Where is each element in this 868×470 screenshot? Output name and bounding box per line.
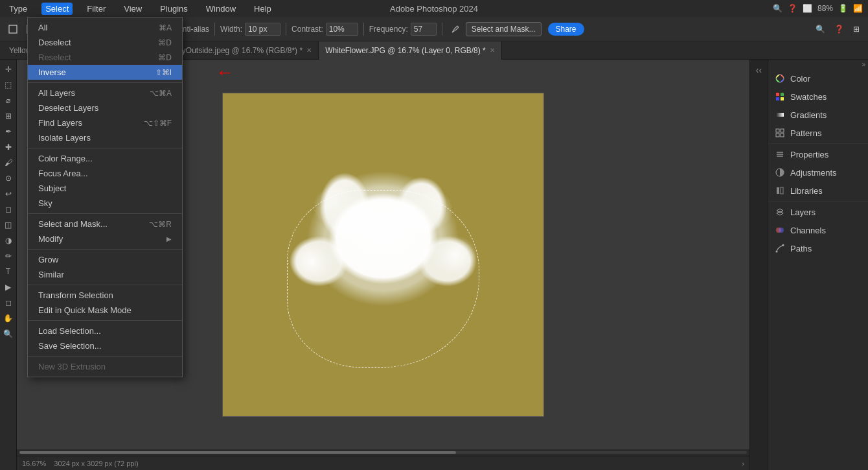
menu-item-color-range[interactable]: Color Range... [28, 151, 182, 166]
menu-item-focus-area[interactable]: Focus Area... [28, 166, 182, 181]
dodge-tool[interactable]: ◑ [1, 233, 16, 248]
frequency-input[interactable] [411, 23, 437, 36]
menu-item-find-layers-shortcut: ⌥⇧⌘F [144, 119, 172, 128]
move-tool[interactable]: ✛ [1, 62, 16, 76]
width-input[interactable] [245, 23, 280, 36]
panel-item-paths[interactable]: Paths [768, 239, 868, 257]
scroll-arrow-right[interactable]: › [742, 460, 744, 467]
menu-item-subject[interactable]: Subject [28, 181, 182, 196]
menu-item-help[interactable]: Help [250, 3, 275, 15]
brush-tool[interactable]: 🖌 [1, 156, 16, 170]
zoom-tool[interactable]: 🔍 [1, 327, 16, 341]
toolbar-separator-3 [214, 23, 215, 36]
properties-panel-icon [775, 149, 785, 159]
panel-item-patterns[interactable]: Patterns [768, 124, 868, 142]
menu-sep-5 [28, 285, 182, 285]
adjustments-panel-icon [775, 167, 785, 178]
status-bar: 16.67% 3024 px x 3029 px (72 ppi) › [17, 456, 749, 470]
help-icon[interactable]: ❓ [788, 4, 797, 13]
eyedropper-tool[interactable]: ✒ [1, 124, 16, 139]
question-icon[interactable]: ❓ [831, 23, 847, 36]
menu-item-deselect-label: Deselect [38, 38, 71, 47]
menu-item-filter[interactable]: Filter [83, 3, 109, 15]
history-tool[interactable]: ↩ [1, 187, 16, 201]
pen-tool-icon[interactable] [448, 23, 463, 36]
menu-item-similar-label: Similar [38, 270, 64, 279]
menu-item-modify[interactable]: Modify ▶ [28, 231, 182, 246]
lasso-tool[interactable]: ⌀ [1, 93, 16, 108]
menu-item-transform-selection[interactable]: Transform Selection [28, 288, 182, 303]
menu-item-view[interactable]: View [120, 3, 146, 15]
menu-item-type[interactable]: Type [5, 3, 31, 15]
healing-tool[interactable]: ✚ [1, 140, 16, 154]
app-title: Adobe Photoshop 2024 [390, 0, 478, 17]
menu-item-new-3d-label: New 3D Extrusion [38, 362, 106, 371]
right-panel-icons: ‹‹ [749, 60, 768, 470]
contrast-input[interactable] [326, 23, 358, 36]
tab-close-2[interactable]: ✕ [490, 47, 495, 54]
menu-item-all-layers-shortcut: ⌥⌘A [150, 89, 172, 98]
select-tool[interactable]: ⬚ [1, 78, 16, 92]
menu-item-plugins[interactable]: Plugins [156, 3, 192, 15]
pen-tool[interactable]: ✏ [1, 249, 16, 263]
select-mask-button[interactable]: Select and Mask... [466, 22, 542, 36]
text-tool[interactable]: T [1, 264, 16, 279]
panel-item-libraries[interactable]: Libraries [768, 182, 868, 200]
menu-item-all-layers[interactable]: All Layers ⌥⌘A [28, 86, 182, 100]
scroll-thumb-h[interactable] [19, 451, 456, 454]
menu-item-inverse[interactable]: Inverse ⇧⌘I ← [28, 65, 182, 80]
canvas-image [222, 93, 544, 417]
panel-item-properties[interactable]: Properties [768, 145, 868, 163]
menu-item-deselect[interactable]: Deselect ⌘D [28, 35, 182, 50]
menu-item-isolate-layers[interactable]: Isolate Layers [28, 130, 182, 145]
shape-tool[interactable]: ◻ [1, 296, 16, 310]
menu-item-deselect-layers[interactable]: Deselect Layers [28, 100, 182, 115]
layout-icon[interactable]: ⊞ [850, 23, 863, 36]
menu-item-grow[interactable]: Grow [28, 252, 182, 267]
system-status: 🔍 ❓ ⬜ 88% 🔋 📶 [773, 4, 863, 13]
eraser-tool[interactable]: ◻ [1, 202, 16, 217]
panel-item-swatches[interactable]: Swatches [768, 88, 868, 106]
svg-rect-8 [776, 93, 779, 96]
menu-item-all-layers-label: All Layers [38, 88, 75, 98]
menu-item-load-selection[interactable]: Load Selection... [28, 323, 182, 338]
menu-sep-6 [28, 320, 182, 321]
share-button[interactable]: Share [548, 23, 584, 36]
tab-close-1[interactable]: ✕ [306, 47, 312, 54]
dimensions-display: 3024 px x 3029 px (72 ppi) [54, 460, 138, 467]
menu-item-edit-quick-mask[interactable]: Edit in Quick Mask Mode [28, 303, 182, 318]
svg-rect-21 [777, 187, 779, 194]
menu-item-transform-selection-label: Transform Selection [38, 290, 113, 300]
crop-tool[interactable]: ⊞ [1, 109, 16, 123]
search-icon[interactable]: 🔍 [773, 4, 782, 13]
panel-item-color[interactable]: Color [768, 69, 868, 88]
panel-item-layers[interactable]: Layers [768, 203, 868, 221]
window-icon[interactable]: ⬜ [803, 4, 812, 13]
gradient-tool[interactable]: ◫ [1, 218, 16, 232]
tab-white-flower[interactable]: WhiteFlower.JPG @ 16.7% (Layer 0, RGB/8)… [319, 41, 502, 60]
menu-sep-4 [28, 249, 182, 250]
hand-tool[interactable]: ✋ [1, 311, 16, 325]
panel-divider-2 [768, 201, 868, 202]
menu-item-window[interactable]: Window [202, 3, 240, 15]
panel-item-gradients[interactable]: Gradients [768, 106, 868, 124]
panel-expand-icon[interactable]: ‹‹ [751, 62, 767, 78]
scroll-bar-horizontal[interactable] [17, 449, 749, 456]
frequency-label: Frequency: [369, 25, 408, 34]
panel-item-channels[interactable]: Channels [768, 221, 868, 239]
rect-select-btn[interactable] [5, 23, 21, 36]
path-select-tool[interactable]: ▶ [1, 280, 16, 294]
menu-item-save-selection[interactable]: Save Selection... [28, 338, 182, 353]
panel-collapse-btn[interactable]: » [862, 61, 865, 68]
menu-item-all[interactable]: All ⌘A [28, 20, 182, 35]
menu-item-sky[interactable]: Sky [28, 196, 182, 211]
menu-item-color-range-label: Color Range... [38, 154, 93, 163]
clone-tool[interactable]: ⊙ [1, 171, 16, 185]
menu-item-find-layers[interactable]: Find Layers ⌥⇧⌘F [28, 115, 182, 130]
paths-label: Paths [790, 244, 812, 253]
search-toolbar-icon[interactable]: 🔍 [812, 23, 828, 36]
menu-item-select-mask[interactable]: Select and Mask... ⌥⌘R [28, 217, 182, 231]
panel-item-adjustments[interactable]: Adjustments [768, 163, 868, 182]
menu-item-similar[interactable]: Similar [28, 267, 182, 282]
menu-item-select[interactable]: Select [41, 3, 73, 15]
